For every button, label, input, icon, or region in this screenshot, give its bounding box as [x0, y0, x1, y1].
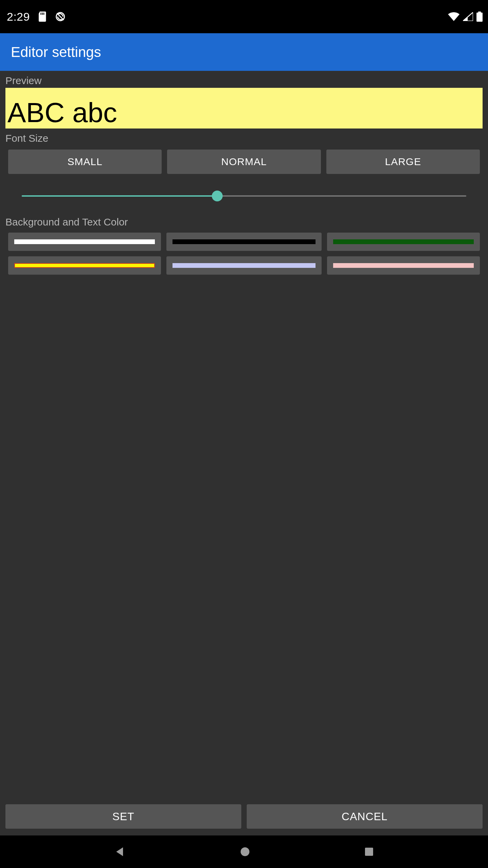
- svg-rect-0: [41, 13, 41, 15]
- font-size-button-row: SMALL NORMAL LARGE: [5, 150, 278, 174]
- color-swatch-bar: [14, 263, 155, 268]
- font-normal-button[interactable]: NORMAL: [167, 150, 278, 174]
- color-swatch-lilac[interactable]: [166, 256, 278, 275]
- color-swatch-bar: [172, 263, 278, 268]
- font-size-label: Font Size: [5, 133, 278, 144]
- status-left: 2:29: [7, 10, 66, 23]
- color-swatch-white[interactable]: [8, 233, 161, 251]
- color-swatch-yellow[interactable]: [8, 256, 161, 275]
- color-swatch-bar: [14, 239, 155, 244]
- svg-rect-2: [43, 13, 44, 15]
- spacer: [5, 275, 278, 494]
- no-sync-icon: [55, 11, 66, 22]
- slider-thumb[interactable]: [212, 191, 223, 201]
- slider-fill: [22, 195, 217, 197]
- preview-text: ABC abc: [7, 99, 117, 126]
- color-section-label: Background and Text Color: [5, 216, 278, 228]
- preview-box: ABC abc: [5, 88, 278, 129]
- app-bar-title: Editor settings: [11, 44, 101, 60]
- color-swatch-grid: [5, 233, 278, 275]
- font-small-button[interactable]: SMALL: [8, 150, 162, 174]
- font-size-slider[interactable]: [22, 186, 278, 206]
- content: Preview ABC abc Font Size SMALL NORMAL L…: [0, 71, 278, 494]
- status-bar: 2:29: [0, 0, 278, 33]
- status-time: 2:29: [7, 10, 30, 23]
- sd-card-icon: [38, 12, 47, 22]
- app-bar: Editor settings: [0, 33, 278, 71]
- color-swatch-bar: [172, 239, 278, 244]
- svg-rect-1: [42, 13, 43, 15]
- preview-label: Preview: [5, 75, 278, 86]
- color-swatch-black[interactable]: [166, 233, 278, 251]
